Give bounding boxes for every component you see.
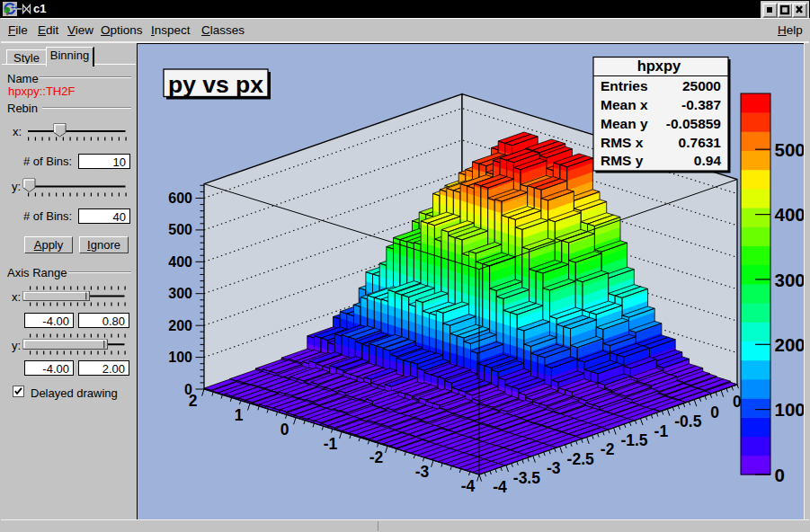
svg-text:RMS x: RMS x xyxy=(601,135,644,150)
svg-text:400: 400 xyxy=(168,254,192,270)
svg-text:-3: -3 xyxy=(415,463,430,481)
svg-text:hpxpy: hpxpy xyxy=(637,58,681,74)
svg-text:Entries: Entries xyxy=(601,78,648,93)
svg-text:-0.5: -0.5 xyxy=(674,412,701,430)
svg-text:0.94: 0.94 xyxy=(694,153,722,168)
svg-text:100: 100 xyxy=(168,350,192,365)
svg-text:25000: 25000 xyxy=(682,78,721,93)
svg-text:1: 1 xyxy=(235,406,244,424)
svg-text:0: 0 xyxy=(775,465,785,485)
svg-text:100: 100 xyxy=(775,399,805,420)
svg-text:RMS y: RMS y xyxy=(601,153,644,168)
svg-text:0.7631: 0.7631 xyxy=(679,135,722,150)
svg-text:py vs px: py vs px xyxy=(168,71,263,98)
svg-text:200: 200 xyxy=(168,318,192,333)
svg-text:Mean y: Mean y xyxy=(601,116,648,131)
svg-text:-3: -3 xyxy=(547,459,561,477)
svg-text:2: 2 xyxy=(189,392,198,410)
svg-text:500: 500 xyxy=(775,139,805,160)
svg-text:-2: -2 xyxy=(601,440,615,458)
svg-text:500: 500 xyxy=(168,222,192,237)
svg-text:-0.05859: -0.05859 xyxy=(666,116,722,131)
svg-text:400: 400 xyxy=(775,204,805,225)
svg-text:++: ++ xyxy=(11,4,17,11)
svg-text:600: 600 xyxy=(168,191,192,206)
svg-text:300: 300 xyxy=(168,286,192,301)
svg-text:300: 300 xyxy=(775,270,805,290)
svg-text:-0.387: -0.387 xyxy=(681,97,721,112)
svg-text:-1: -1 xyxy=(324,435,338,453)
svg-text:-2.5: -2.5 xyxy=(567,450,594,468)
svg-text:0: 0 xyxy=(280,421,289,439)
svg-text:-2: -2 xyxy=(369,448,384,466)
svg-text:-3.5: -3.5 xyxy=(513,469,540,487)
svg-text:0: 0 xyxy=(710,403,719,421)
svg-text:-1.5: -1.5 xyxy=(620,431,647,449)
svg-text:-1: -1 xyxy=(654,422,669,440)
svg-text:200: 200 xyxy=(775,334,805,355)
svg-text:Mean x: Mean x xyxy=(601,97,648,112)
svg-text:-4: -4 xyxy=(461,477,476,495)
svg-text:-4: -4 xyxy=(493,478,507,496)
